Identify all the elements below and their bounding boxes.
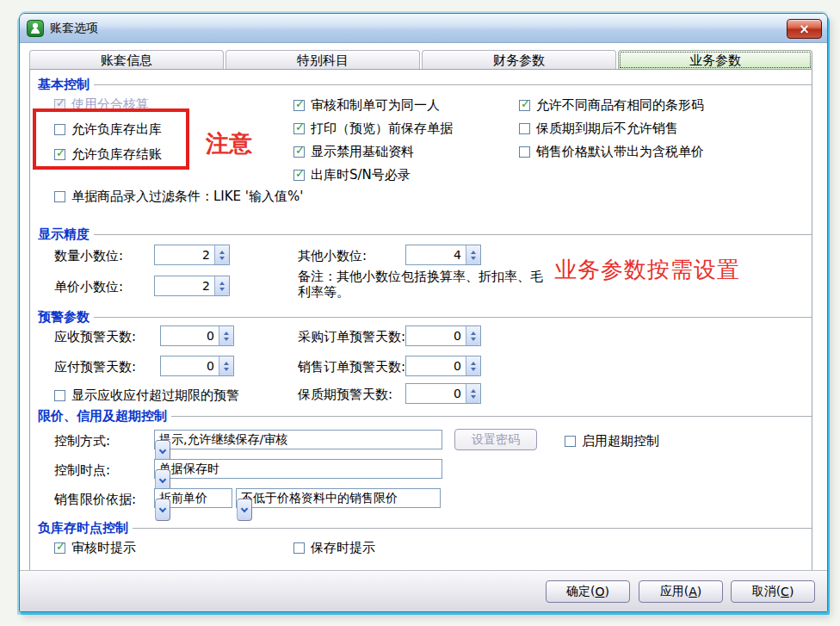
cancel-mnemonic: C <box>781 585 789 598</box>
section-limit-control-title: 限价、信用及超期控制 <box>38 408 167 425</box>
set-password-button[interactable]: 设置密码 <box>454 429 537 450</box>
shelf-life-warn-days-stepper[interactable]: 0 <box>405 383 481 404</box>
control-mode-value: 提示,允许继续保存/审核 <box>155 431 442 449</box>
label-shelf-life-warn-days: 保质期预警天数: <box>298 387 392 404</box>
price-basis-dropdown[interactable]: 折前单价 <box>154 488 232 508</box>
checkbox-no-sale-after-expiry[interactable]: 保质期到期后不允许销售 <box>519 121 678 136</box>
apply-button[interactable]: 应用(A) <box>639 580 723 603</box>
price-decimals-stepper[interactable]: 2 <box>154 276 230 296</box>
label-sales-price-limit-basis: 销售限价依据: <box>54 492 136 509</box>
stepper-arrows[interactable] <box>466 326 480 345</box>
up-arrow-icon[interactable] <box>471 332 476 335</box>
ok-button-label: 确定( <box>566 584 595 599</box>
label-purchase-order-warn-days: 采购订单预警天数: <box>298 329 405 346</box>
down-arrow-icon[interactable] <box>219 288 225 291</box>
up-arrow-icon[interactable] <box>471 251 476 254</box>
stepper-arrows[interactable] <box>214 245 229 264</box>
receivable-warn-days-stepper[interactable]: 0 <box>160 325 234 346</box>
control-mode-dropdown[interactable]: 提示,允许继续保存/审核 <box>154 430 442 449</box>
cancel-button[interactable]: 取消(C) <box>731 580 815 603</box>
divider <box>171 416 812 417</box>
tab-strip: 账套信息 特别科目 财务参数 业务参数 <box>29 50 812 70</box>
checkbox-box <box>519 123 530 134</box>
chevron-down-icon <box>159 446 166 453</box>
down-arrow-icon[interactable] <box>471 368 476 371</box>
checkbox-default-tax-included-price[interactable]: 销售价格默认带出为含税单价 <box>519 144 704 159</box>
other-decimals-stepper[interactable]: 4 <box>405 245 481 265</box>
up-arrow-icon[interactable] <box>224 362 229 365</box>
chevron-down-icon <box>159 475 166 482</box>
chevron-down-icon <box>159 505 166 511</box>
sales-order-warn-days-stepper[interactable]: 0 <box>405 356 481 376</box>
stepper-arrows[interactable] <box>214 276 229 295</box>
divider <box>94 317 812 318</box>
down-arrow-icon[interactable] <box>471 257 476 260</box>
section-basic-control: 基本控制 <box>38 77 812 93</box>
annotation-notice-text: 注意 <box>206 128 252 159</box>
close-button[interactable]: × <box>787 19 822 39</box>
checkbox-save-before-print[interactable]: ✓ 打印（预览）前保存单据 <box>293 121 453 136</box>
qty-decimals-value[interactable]: 2 <box>155 245 214 264</box>
dropdown-button[interactable] <box>237 499 252 521</box>
checkbox-box <box>54 390 65 401</box>
down-arrow-icon[interactable] <box>471 338 476 341</box>
checkbox-box: ✓ <box>293 123 305 134</box>
label-receivable-warn-days: 应收预警天数: <box>54 329 136 346</box>
annotation-hint-text: 业务参数按需设置 <box>554 255 740 285</box>
price-limit-rule-dropdown[interactable]: 不低于价格资料中的销售限价 <box>236 488 441 508</box>
label-qty-decimals: 数量小数位: <box>54 248 123 265</box>
shelf-life-warn-days-value[interactable]: 0 <box>406 384 466 403</box>
stepper-arrows[interactable] <box>466 245 480 264</box>
price-decimals-value[interactable]: 2 <box>155 276 214 295</box>
control-time-dropdown[interactable]: 单据保存时 <box>154 459 442 479</box>
down-arrow-icon[interactable] <box>224 368 229 371</box>
checkbox-box <box>293 542 305 554</box>
receivable-warn-days-value[interactable]: 0 <box>161 326 219 345</box>
checkbox-sn-required-on-out[interactable]: ✓ 出库时S/N号必录 <box>293 167 411 183</box>
purchase-order-warn-days-value[interactable]: 0 <box>406 326 466 345</box>
checkbox-item-entry-filter[interactable]: 单据商品录入过滤条件：LIKE '输入值%' <box>54 189 303 204</box>
stepper-arrows[interactable] <box>219 326 233 345</box>
section-warning-params-title: 预警参数 <box>38 309 90 325</box>
checkbox-enable-overdue-control[interactable]: 启用超期控制 <box>565 433 659 449</box>
down-arrow-icon[interactable] <box>224 338 229 341</box>
checkbox-prompt-on-audit[interactable]: ✓ 审核时提示 <box>54 540 136 555</box>
purchase-order-warn-days-stepper[interactable]: 0 <box>405 325 481 346</box>
section-basic-control-title: 基本控制 <box>38 77 90 93</box>
up-arrow-icon[interactable] <box>471 362 476 365</box>
up-arrow-icon[interactable] <box>219 251 225 254</box>
precision-note: 备注：其他小数位包括换算率、折扣率、毛利率等。 <box>298 269 549 300</box>
stepper-arrows[interactable] <box>466 356 480 375</box>
checkbox-box <box>565 436 576 447</box>
checkbox-box: ✓ <box>293 170 305 181</box>
up-arrow-icon[interactable] <box>224 332 229 335</box>
payable-warn-days-stepper[interactable]: 0 <box>160 356 234 376</box>
checkbox-same-barcode-allowed[interactable]: ✓ 允许不同商品有相同的条形码 <box>519 97 704 113</box>
section-warning-params: 预警参数 <box>38 309 812 325</box>
up-arrow-icon[interactable] <box>471 389 476 393</box>
label-control-mode: 控制方式: <box>54 433 110 450</box>
checkbox-show-overdue-ar-ap-warning[interactable]: 显示应收应付超过期限的预警 <box>54 387 239 403</box>
ok-button[interactable]: 确定(O) <box>546 580 630 603</box>
app-icon <box>27 20 44 37</box>
checkbox-auditor-same-as-maker[interactable]: ✓ 审核和制单可为同一人 <box>293 97 440 113</box>
down-arrow-icon[interactable] <box>471 395 476 399</box>
payable-warn-days-value[interactable]: 0 <box>161 356 219 375</box>
stepper-arrows[interactable] <box>466 384 480 403</box>
tab-finance-params[interactable]: 财务参数 <box>422 50 616 70</box>
down-arrow-icon[interactable] <box>219 257 225 260</box>
qty-decimals-stepper[interactable]: 2 <box>154 245 230 265</box>
tab-account-info[interactable]: 账套信息 <box>29 50 224 70</box>
dropdown-button[interactable] <box>155 499 170 521</box>
label-control-time: 控制时点: <box>54 462 110 480</box>
sales-order-warn-days-value[interactable]: 0 <box>406 356 466 375</box>
tab-special-subjects[interactable]: 特别科目 <box>225 50 420 70</box>
other-decimals-value[interactable]: 4 <box>406 245 466 264</box>
up-arrow-icon[interactable] <box>219 282 225 285</box>
tab-business-params[interactable]: 业务参数 <box>618 50 812 70</box>
stepper-arrows[interactable] <box>219 356 233 375</box>
checkbox-show-disabled-basedata[interactable]: ✓ 显示禁用基础资料 <box>293 144 414 159</box>
checkbox-box <box>54 191 65 202</box>
annotation-highlight-box <box>33 108 189 170</box>
checkbox-prompt-on-save[interactable]: 保存时提示 <box>293 540 375 555</box>
